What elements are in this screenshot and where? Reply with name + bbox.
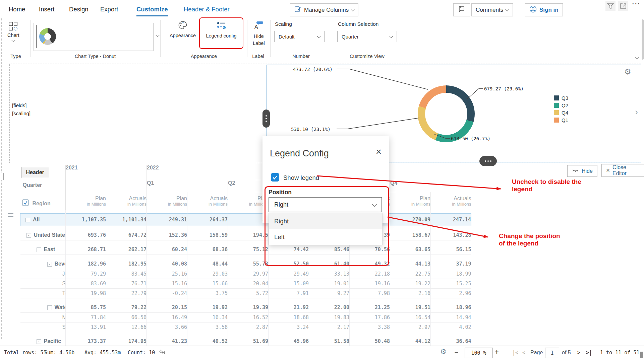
value-cell[interactable]: 182.96: [66, 259, 106, 269]
value-cell[interactable]: 76.71: [106, 279, 147, 289]
row-label-cell[interactable]: Soda: [20, 279, 66, 289]
legend-item-q4[interactable]: Q4: [554, 109, 568, 116]
value-cell[interactable]: 3.58: [187, 322, 228, 332]
value-cell[interactable]: 18.99: [431, 269, 471, 279]
more-options-icon[interactable]: ⋯: [632, 0, 640, 8]
value-cell[interactable]: 143.28: [431, 230, 471, 240]
value-cell[interactable]: 5.72: [228, 289, 269, 298]
hide-label-button[interactable]: A Hide Label: [249, 21, 268, 47]
row-label-cell[interactable]: Sparkling ...: [20, 322, 66, 332]
value-cell[interactable]: 270.09: [390, 214, 431, 226]
collapse-icon[interactable]: -: [26, 233, 31, 238]
pager-first-icon[interactable]: |<: [512, 350, 518, 356]
value-cell[interactable]: 44.13: [390, 259, 431, 269]
value-cell[interactable]: 25.16: [147, 269, 187, 279]
value-cell[interactable]: 17.86: [350, 313, 390, 322]
value-cell[interactable]: 22.75: [390, 269, 431, 279]
value-cell[interactable]: 2.16: [390, 289, 431, 298]
pager-last-icon[interactable]: >|: [586, 350, 592, 356]
quarter-dimension-label[interactable]: Quarter: [23, 182, 66, 191]
value-cell[interactable]: 41.23: [147, 336, 187, 347]
col-header-q4[interactable]: Q4: [390, 180, 471, 192]
row-label-cell[interactable]: -Beverages: [20, 259, 66, 269]
value-cell[interactable]: 19.01: [309, 279, 350, 289]
value-cell[interactable]: 83.45: [106, 269, 147, 279]
value-cell[interactable]: 247.14: [431, 214, 471, 226]
chart-type-button[interactable]: Chart: [7, 22, 19, 42]
collapse-icon[interactable]: -: [37, 339, 41, 344]
value-cell[interactable]: 15.25: [431, 279, 471, 289]
value-cell[interactable]: 19.22: [390, 279, 431, 289]
value-cell[interactable]: 15.66: [187, 279, 228, 289]
menu-item-export[interactable]: Export: [100, 6, 118, 13]
region-checkbox-icon[interactable]: [22, 199, 30, 208]
value-cell[interactable]: 7.98: [350, 289, 390, 298]
menu-item-design[interactable]: Design: [69, 6, 89, 13]
scaling-select[interactable]: Default: [274, 31, 325, 42]
col-header-q1[interactable]: Q1: [147, 180, 228, 192]
add-comment-button[interactable]: [453, 3, 470, 16]
value-cell[interactable]: 13.91: [66, 322, 106, 332]
value-cell[interactable]: 68.36: [187, 244, 228, 255]
value-cell[interactable]: 45.96: [269, 336, 309, 347]
close-editor-button[interactable]: × Close Editor: [601, 164, 644, 177]
value-cell[interactable]: 3.24: [269, 322, 309, 332]
value-cell[interactable]: 3.38: [350, 322, 390, 332]
chevron-down-icon[interactable]: [156, 33, 159, 37]
value-cell[interactable]: 674.72: [106, 230, 147, 240]
value-cell[interactable]: 40.08: [147, 259, 187, 269]
value-cell[interactable]: 51.58: [309, 336, 350, 347]
measure-header-plan[interactable]: Planin Millions: [147, 192, 187, 210]
row-label-cell[interactable]: Tea & Coff...: [20, 289, 66, 298]
menu-item-insert[interactable]: Insert: [39, 6, 54, 13]
page-number-input[interactable]: 1: [545, 348, 559, 358]
value-cell[interactable]: 18.68: [269, 313, 309, 322]
value-cell[interactable]: 12.66: [106, 322, 147, 332]
value-cell[interactable]: 85.75: [66, 302, 106, 313]
value-cell[interactable]: 16.52: [228, 313, 269, 322]
chart-legend[interactable]: Q3Q2Q4Q1: [554, 94, 568, 124]
value-cell[interactable]: 264.37: [187, 214, 228, 226]
value-cell[interactable]: 37.19: [431, 259, 471, 269]
appearance-button[interactable]: Appearance: [167, 21, 198, 38]
value-cell[interactable]: 63.65: [390, 244, 431, 255]
manage-columns-button[interactable]: Manage Columns: [290, 3, 358, 16]
value-cell[interactable]: 29.03: [187, 269, 228, 279]
collapse-icon[interactable]: -: [25, 218, 30, 222]
value-cell[interactable]: 15.09: [269, 279, 309, 289]
eye-off-icon[interactable]: [159, 349, 166, 356]
value-cell[interactable]: 83.69: [66, 279, 106, 289]
value-cell[interactable]: 14.94: [431, 313, 471, 322]
value-cell[interactable]: 22.18: [350, 269, 390, 279]
row-label-cell[interactable]: -United States: [20, 230, 66, 240]
table-header-button[interactable]: Header: [21, 167, 49, 178]
value-cell[interactable]: 21.92: [269, 302, 309, 313]
value-cell[interactable]: 19.98: [66, 289, 106, 298]
measure-header-plan[interactable]: Planin Millions: [390, 192, 431, 210]
modal-close-icon[interactable]: ×: [376, 146, 382, 157]
value-cell[interactable]: 2.96: [431, 289, 471, 298]
value-cell[interactable]: 152.36: [147, 230, 187, 240]
measure-header-actuals[interactable]: Actualsin Millions: [187, 192, 228, 210]
pager-next-icon[interactable]: >: [577, 350, 580, 356]
value-cell[interactable]: 262.17: [106, 244, 147, 255]
value-cell[interactable]: 75.12: [228, 244, 269, 255]
value-cell[interactable]: 18.96: [431, 302, 471, 313]
value-cell[interactable]: 66.56: [106, 313, 147, 322]
zoom-in-button[interactable]: +: [495, 348, 499, 356]
value-cell[interactable]: 2.17: [309, 322, 350, 332]
value-cell[interactable]: 22.79: [106, 289, 147, 298]
value-cell[interactable]: 19.92: [187, 302, 228, 313]
fullscreen-icon[interactable]: [618, 1, 628, 11]
value-cell[interactable]: 29.97: [228, 269, 269, 279]
value-cell[interactable]: 36.64: [431, 336, 471, 347]
panel-drag-handle-vertical[interactable]: [262, 110, 270, 128]
value-cell[interactable]: 268.71: [66, 244, 106, 255]
row-label-cell[interactable]: -All: [20, 214, 66, 226]
sign-in-button[interactable]: Sign in: [525, 3, 563, 16]
hide-button[interactable]: Hide: [567, 165, 597, 177]
collapse-icon[interactable]: -: [37, 247, 41, 252]
value-cell[interactable]: 16.34: [187, 313, 228, 322]
value-cell[interactable]: 174.95: [106, 336, 147, 347]
legend-item-q1[interactable]: Q1: [554, 116, 568, 124]
